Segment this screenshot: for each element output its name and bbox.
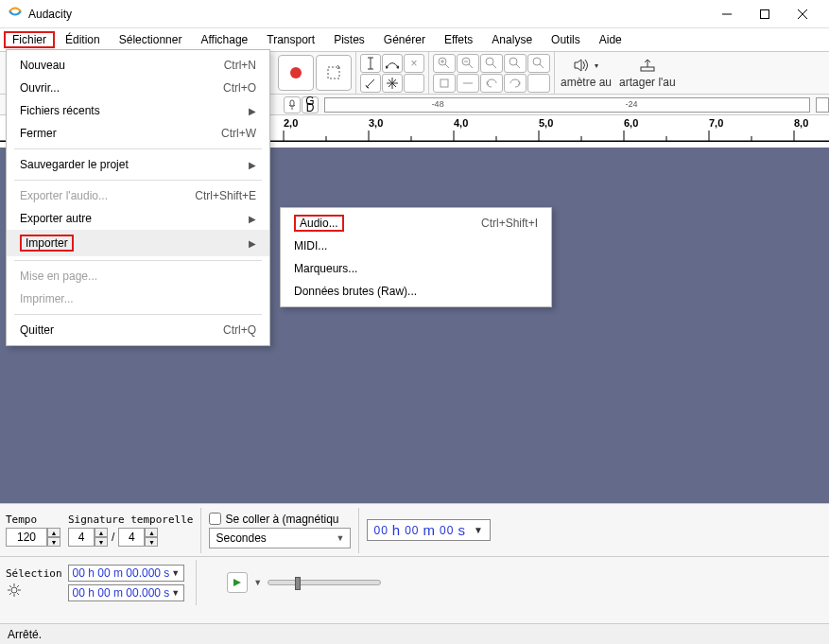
- svg-line-25: [516, 64, 520, 68]
- recording-meter[interactable]: -48 -24: [324, 97, 810, 113]
- selection-settings-icon[interactable]: [6, 582, 23, 599]
- svg-point-22: [486, 58, 493, 65]
- tempo-down[interactable]: ▼: [47, 537, 60, 547]
- tempo-input[interactable]: ▲▼: [6, 528, 60, 547]
- menu-ouvrir[interactable]: Ouvrir...Ctrl+O: [7, 77, 269, 99]
- time-display[interactable]: 00h 00m 00s ▼: [367, 519, 490, 541]
- titlebar: Audacity: [0, 0, 829, 28]
- svg-marker-57: [233, 579, 241, 586]
- import-marqueurs[interactable]: Marqueurs...: [281, 257, 551, 280]
- menu-fichier[interactable]: Fichier: [4, 31, 55, 48]
- app-icon: [8, 7, 23, 22]
- menu-effets[interactable]: Effets: [436, 31, 481, 48]
- zoom-toggle[interactable]: [527, 54, 550, 73]
- window-title: Audacity: [28, 8, 708, 21]
- svg-rect-1: [761, 9, 769, 18]
- menu-affichage[interactable]: Affichage: [192, 31, 256, 48]
- svg-rect-28: [440, 79, 448, 87]
- menu-analyse[interactable]: Analyse: [483, 31, 541, 48]
- share-label: artager l'au: [619, 76, 676, 89]
- silence[interactable]: [457, 74, 479, 93]
- import-submenu: Audio...Ctrl+Shift+I MIDI... Marqueurs..…: [280, 207, 552, 307]
- edit-tools: ×: [360, 54, 424, 93]
- zoom-out[interactable]: [457, 54, 479, 73]
- svg-rect-32: [290, 100, 294, 106]
- mic-icon[interactable]: [284, 96, 301, 113]
- draw-tool[interactable]: [360, 74, 381, 93]
- selection-tool[interactable]: [360, 54, 381, 73]
- close-button[interactable]: [784, 1, 821, 27]
- svg-line-27: [540, 64, 544, 68]
- loop-button[interactable]: [316, 55, 352, 91]
- menu-aide[interactable]: Aide: [591, 31, 630, 48]
- statusbar: Arrêté.: [0, 623, 829, 644]
- sig-num-input[interactable]: ▲▼: [68, 528, 108, 547]
- import-raw[interactable]: Données brutes (Raw)...: [281, 280, 551, 303]
- playback-speed-slider[interactable]: [268, 580, 381, 585]
- menu-importer[interactable]: Importer▶: [7, 230, 269, 256]
- menu-recents[interactable]: Fichiers récents▶: [7, 99, 269, 122]
- svg-point-48: [11, 587, 17, 593]
- menu-nouveau[interactable]: NouveauCtrl+N: [7, 54, 269, 77]
- redo[interactable]: [504, 74, 527, 93]
- fit-project[interactable]: [504, 54, 527, 73]
- audio-setup-button[interactable]: ▾ amètre au: [561, 57, 612, 89]
- audio-setup-label: amètre au: [561, 76, 612, 89]
- tempo-up[interactable]: ▲: [47, 528, 60, 537]
- record-button[interactable]: [278, 55, 314, 91]
- status-text: Arrêté.: [8, 628, 42, 641]
- menu-outils[interactable]: Outils: [543, 31, 589, 48]
- channel-label: GD: [302, 96, 319, 113]
- selection-end-time[interactable]: 00 h 00 m 00.000 s▼: [68, 584, 185, 601]
- cut-tool[interactable]: ×: [404, 54, 424, 73]
- svg-rect-30: [641, 67, 654, 71]
- menu-sauvegarder[interactable]: Sauvegarder le projet▶: [7, 153, 269, 176]
- svg-line-55: [17, 585, 19, 587]
- sig-den-input[interactable]: ▲▼: [118, 528, 158, 547]
- selection-start-time[interactable]: 00 h 00 m 00.000 s▼: [68, 565, 185, 582]
- meter-end: [816, 97, 829, 113]
- svg-point-26: [533, 58, 541, 65]
- share-icon: [639, 57, 656, 74]
- svg-point-4: [290, 67, 302, 78]
- menu-generer[interactable]: Générer: [375, 31, 434, 48]
- envelope-tool[interactable]: [382, 54, 403, 73]
- svg-line-23: [492, 64, 496, 68]
- menu-edition[interactable]: Édition: [57, 31, 109, 48]
- zoom-in[interactable]: [433, 54, 456, 73]
- snap-combo[interactable]: Secondes▼: [209, 528, 351, 548]
- svg-line-54: [17, 593, 19, 595]
- menu-pistes[interactable]: Pistes: [325, 31, 373, 48]
- file-menu: NouveauCtrl+N Ouvrir...Ctrl+O Fichiers r…: [6, 49, 270, 346]
- blank-tool: [404, 74, 424, 93]
- menu-transport[interactable]: Transport: [258, 31, 323, 48]
- share-button[interactable]: artager l'au: [619, 57, 676, 89]
- maximize-button[interactable]: [746, 1, 784, 27]
- speaker-icon: ▾: [574, 57, 598, 74]
- sig-label: Signature temporelle: [68, 513, 193, 526]
- menu-quitter[interactable]: QuitterCtrl+Q: [7, 319, 269, 341]
- import-midi[interactable]: MIDI...: [281, 235, 551, 257]
- selection-label: Sélection: [6, 567, 62, 580]
- fit-selection[interactable]: [480, 54, 503, 73]
- play-at-speed-button[interactable]: [227, 572, 248, 593]
- menu-exporter-autre[interactable]: Exporter autre▶: [7, 207, 269, 230]
- minimize-button[interactable]: [708, 1, 746, 27]
- svg-line-16: [445, 64, 449, 68]
- menu-selectionner[interactable]: Sélectionner: [111, 31, 191, 48]
- zoom-tools: [433, 54, 550, 93]
- import-audio[interactable]: Audio...Ctrl+Shift+I: [281, 212, 551, 235]
- menubar: Fichier Édition Sélectionner Affichage T…: [0, 28, 829, 51]
- undo[interactable]: [480, 74, 503, 93]
- multi-tool[interactable]: [382, 74, 403, 93]
- menu-exporter-audio: Exporter l'audio...Ctrl+Shift+E: [7, 184, 269, 207]
- svg-line-56: [9, 593, 11, 595]
- svg-line-20: [469, 64, 473, 68]
- trim[interactable]: [433, 74, 456, 93]
- menu-mise-en-page: Mise en page...: [7, 265, 269, 287]
- menu-fermer[interactable]: FermerCtrl+W: [7, 122, 269, 145]
- tempo-label: Tempo: [6, 513, 60, 526]
- snap-checkbox[interactable]: Se coller à (magnétiqu: [209, 513, 351, 526]
- svg-line-53: [9, 585, 11, 587]
- bottom-panel: Tempo ▲▼ Signature temporelle ▲▼ / ▲▼ Se…: [0, 503, 829, 623]
